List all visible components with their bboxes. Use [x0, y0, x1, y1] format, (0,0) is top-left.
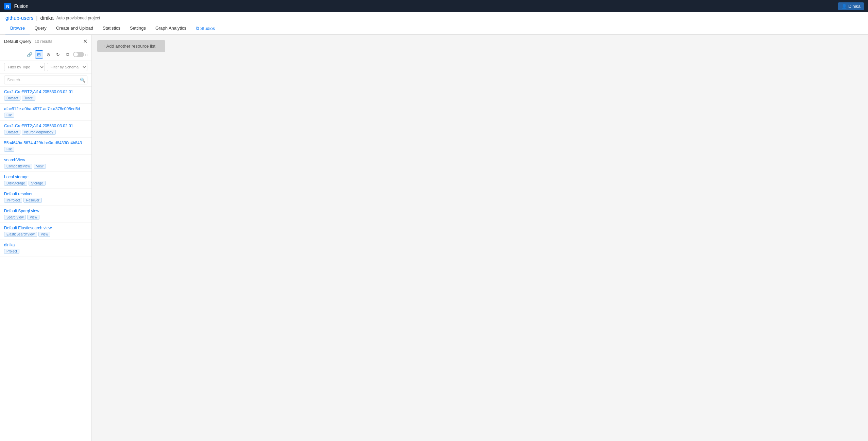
- tab-graph-analytics[interactable]: Graph Analytics: [151, 23, 191, 34]
- tab-settings[interactable]: Settings: [125, 23, 151, 34]
- list-item[interactable]: Default Elasticsearch viewElasticSearchV…: [0, 223, 91, 240]
- list-item[interactable]: Default resolverInProjectResolver: [0, 189, 91, 206]
- project-name[interactable]: github-users: [5, 15, 34, 21]
- resource-link[interactable]: afac912e-a0ba-4977-ac7c-a378c005ed6d: [4, 107, 87, 111]
- tab-create-upload[interactable]: Create and Upload: [51, 23, 98, 34]
- list-item[interactable]: Default Sparql viewSparqlViewView: [0, 206, 91, 223]
- resource-tag: Storage: [29, 181, 45, 186]
- toggle-knob: [74, 52, 78, 56]
- resource-tag: Dataset: [4, 130, 20, 135]
- filter-by-schema[interactable]: Filter by Schema: [47, 63, 88, 71]
- list-item[interactable]: Cux2-CreERT2;Ai14-205530.03.02.01Dataset…: [0, 121, 91, 138]
- panel-count: 10 results: [35, 39, 52, 44]
- resource-tag: NeuronMorphology: [22, 130, 55, 135]
- list-item[interactable]: 55a4649a-5674-429b-bc0a-d84330e4b843File: [0, 138, 91, 155]
- options-button[interactable]: ⊙: [45, 50, 53, 59]
- app-name: Fusion: [14, 3, 28, 9]
- left-panel: Default Query 10 results ✕ 🔗 ⊞ ⊙ ↻ ⧉ n F…: [0, 35, 92, 441]
- search-icon: 🔍: [80, 78, 85, 83]
- resource-tag: DiskStorage: [4, 181, 27, 186]
- resource-tags: File: [4, 147, 87, 152]
- resource-tags: File: [4, 113, 87, 118]
- resource-tags: InProjectResolver: [4, 198, 87, 203]
- resource-link[interactable]: Default resolver: [4, 192, 87, 196]
- list-item[interactable]: Cux2-CreERT2;Ai14-205530.03.02.01Dataset…: [0, 87, 91, 104]
- link-button[interactable]: 🔗: [25, 50, 34, 59]
- panel-title-area: Default Query 10 results: [4, 39, 52, 44]
- search-input[interactable]: [4, 76, 87, 84]
- resource-tag: File: [4, 113, 14, 118]
- resource-tag: Resolver: [23, 198, 41, 203]
- nav-tabs: Browse Query Create and Upload Statistic…: [5, 23, 863, 34]
- resource-link[interactable]: Default Elasticsearch view: [4, 226, 87, 230]
- resource-link[interactable]: Default Sparql view: [4, 209, 87, 213]
- project-title: github-users | dinika Auto provisioned p…: [5, 15, 863, 23]
- top-bar: N Fusion 👤 Dinika: [0, 0, 868, 12]
- resource-tag: Dataset: [4, 96, 20, 101]
- resource-link[interactable]: Cux2-CreERT2;Ai14-205530.03.02.01: [4, 124, 87, 128]
- resource-tag: File: [4, 147, 14, 152]
- username-label: Dinika: [848, 4, 861, 9]
- resource-list: Cux2-CreERT2;Ai14-205530.03.02.01Dataset…: [0, 87, 91, 441]
- list-item[interactable]: Local storageDiskStorageStorage: [0, 172, 91, 189]
- project-separator: |: [36, 15, 38, 21]
- tab-browse[interactable]: Browse: [5, 23, 30, 34]
- refresh-button[interactable]: ↻: [54, 50, 62, 59]
- right-panel: + Add another resource list: [92, 35, 868, 441]
- resource-link[interactable]: Cux2-CreERT2;Ai14-205530.03.02.01: [4, 89, 87, 94]
- close-button[interactable]: ✕: [83, 38, 87, 45]
- studios-icon: ⧉: [196, 26, 199, 31]
- user-menu[interactable]: 👤 Dinika: [838, 2, 864, 10]
- tab-studios[interactable]: ⧉ Studios: [191, 23, 220, 34]
- resource-tag: View: [27, 215, 39, 220]
- resource-tags: ElasticSearchViewView: [4, 232, 87, 237]
- resource-tags: DatasetNeuronMorphology: [4, 130, 87, 135]
- resource-tag: Trace: [22, 96, 35, 101]
- project-header: github-users | dinika Auto provisioned p…: [0, 12, 868, 35]
- resource-tag: SparqlView: [4, 215, 26, 220]
- main-content: Default Query 10 results ✕ 🔗 ⊞ ⊙ ↻ ⧉ n F…: [0, 35, 868, 441]
- panel-header: Default Query 10 results ✕: [0, 35, 91, 48]
- filters: Filter by Type Filter by Schema: [0, 61, 91, 74]
- resource-tag: View: [38, 232, 51, 237]
- tab-statistics[interactable]: Statistics: [98, 23, 125, 34]
- project-badge: Auto provisioned project: [56, 16, 100, 20]
- toggle-label: n: [85, 52, 87, 56]
- filter-by-type[interactable]: Filter by Type: [4, 63, 45, 71]
- resource-link[interactable]: 55a4649a-5674-429b-bc0a-d84330e4b843: [4, 141, 87, 145]
- resource-tags: SparqlViewView: [4, 215, 87, 220]
- resource-tag: Project: [4, 249, 19, 254]
- resource-tags: DatasetTrace: [4, 96, 87, 101]
- resource-tags: CompositeViewView: [4, 164, 87, 169]
- add-resource-button[interactable]: + Add another resource list: [97, 40, 165, 52]
- copy-button[interactable]: ⧉: [64, 50, 72, 59]
- project-user: dinika: [40, 15, 53, 21]
- list-item[interactable]: searchViewCompositeViewView: [0, 155, 91, 172]
- resource-tags: Project: [4, 249, 87, 254]
- list-item[interactable]: dinikaProject: [0, 240, 91, 257]
- top-bar-left: N Fusion: [4, 3, 28, 10]
- resource-tag: CompositeView: [4, 164, 32, 169]
- resource-tags: DiskStorageStorage: [4, 181, 87, 186]
- resource-tag: InProject: [4, 198, 22, 203]
- panel-title: Default Query: [4, 39, 31, 44]
- resource-tag: ElasticSearchView: [4, 232, 37, 237]
- nexus-logo: N: [4, 3, 11, 10]
- user-icon: 👤: [841, 4, 847, 9]
- search-bar: 🔍: [0, 74, 91, 87]
- grid-button[interactable]: ⊞: [35, 50, 43, 59]
- toggle-switch[interactable]: [73, 52, 84, 57]
- tab-query[interactable]: Query: [30, 23, 51, 34]
- resource-tag: View: [34, 164, 46, 169]
- studios-label: Studios: [200, 26, 215, 31]
- toolbar: 🔗 ⊞ ⊙ ↻ ⧉ n: [0, 48, 91, 61]
- list-item[interactable]: afac912e-a0ba-4977-ac7c-a378c005ed6dFile: [0, 104, 91, 121]
- resource-link[interactable]: Local storage: [4, 175, 87, 179]
- resource-link[interactable]: dinika: [4, 243, 87, 247]
- resource-link[interactable]: searchView: [4, 158, 87, 162]
